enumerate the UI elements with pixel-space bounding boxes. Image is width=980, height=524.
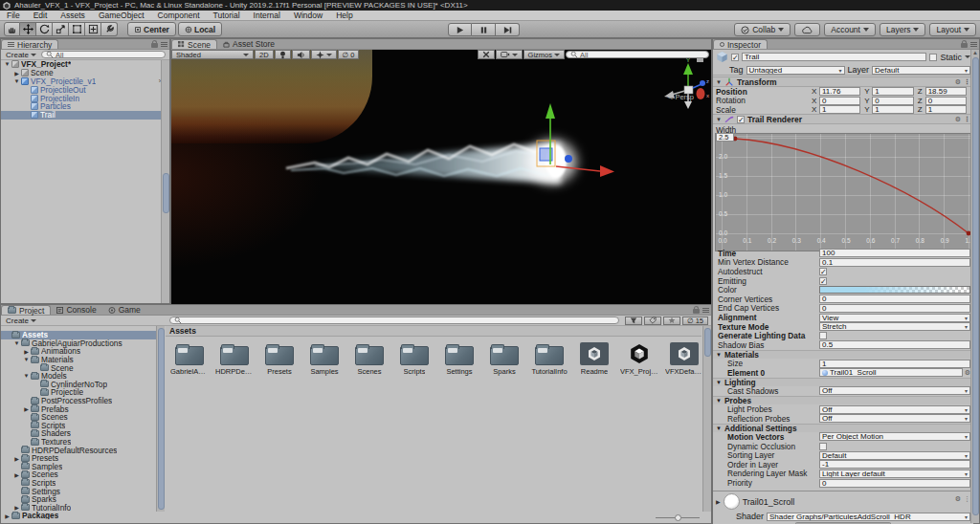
hand-tool-button[interactable]: [4, 22, 20, 36]
expand-arrow-icon[interactable]: ▶: [12, 455, 21, 462]
draw-mode-dropdown[interactable]: Shaded: [171, 50, 254, 59]
menu-item-gameobject[interactable]: GameObject: [92, 11, 151, 20]
expand-arrow-icon[interactable]: ▼: [22, 373, 31, 379]
account-button[interactable]: Account: [824, 23, 876, 36]
trail-renderer-header[interactable]: ▼ ✓ Trail Renderer ⚙⋮: [713, 114, 973, 124]
favorites-button[interactable]: [663, 317, 680, 325]
foldout-arrow-icon[interactable]: ▼: [716, 117, 722, 122]
play-button[interactable]: [448, 23, 472, 36]
asset-item[interactable]: VFXDefault...: [666, 342, 702, 376]
scroll-up-arrow[interactable]: ▲: [972, 50, 978, 55]
rotate-tool-button[interactable]: [36, 22, 53, 36]
project-tree-item[interactable]: Samples: [1, 463, 156, 471]
transform-tool-button[interactable]: [85, 22, 101, 36]
collab-button[interactable]: Collab: [734, 23, 791, 36]
hierarchy-scrollbar[interactable]: [161, 60, 169, 303]
scale-tool-button[interactable]: [53, 22, 69, 36]
dropdown-field[interactable]: Per Object Motion▾: [819, 432, 970, 441]
value-field[interactable]: -1: [819, 460, 970, 469]
pause-button[interactable]: [472, 23, 496, 36]
shader-dropdown[interactable]: Shader Graphs/ParticulesAddScroll_HDR▾: [767, 513, 970, 521]
tab-game[interactable]: Game: [102, 305, 146, 315]
section-foldout[interactable]: ▼Additional Settings: [713, 424, 973, 433]
tab-asset-store[interactable]: Asset Store: [217, 39, 280, 49]
scene-viewport[interactable]: Y z x ⋖ Persp: [171, 50, 711, 305]
component-menu-icon[interactable]: ⋮: [964, 495, 970, 503]
project-tree-item[interactable]: Scene: [1, 363, 156, 372]
project-tree-scrollbar[interactable]: [156, 326, 165, 512]
foldout-arrow-icon[interactable]: ▼: [716, 352, 722, 358]
component-menu-icon[interactable]: ⋮: [964, 78, 970, 86]
expand-arrow-icon[interactable]: ▶: [12, 70, 21, 76]
asset-item[interactable]: VFX_Project: [621, 342, 657, 376]
lock-icon[interactable]: [151, 40, 158, 48]
value-field[interactable]: 0: [819, 295, 970, 303]
hierarchy-item[interactable]: ▼VFX_Project*: [1, 60, 163, 69]
assets-scrollbar[interactable]: [702, 326, 711, 512]
tab-hierarchy[interactable]: Hierarchy: [1, 39, 58, 49]
dropdown-field[interactable]: View▾: [819, 314, 970, 322]
scale-x-field[interactable]: 1: [819, 105, 860, 114]
menu-item-internal[interactable]: Internal: [247, 11, 287, 20]
asset-item[interactable]: Sparks: [486, 342, 523, 376]
asset-item[interactable]: Readme: [576, 342, 612, 376]
position-x-field[interactable]: 11.76: [819, 87, 860, 96]
asset-item[interactable]: Settings: [441, 342, 478, 376]
project-tree-item[interactable]: ▶Packages: [1, 512, 156, 519]
hierarchy-create-button[interactable]: Create: [3, 51, 39, 59]
gameobject-name-field[interactable]: Trail: [742, 53, 926, 61]
component-menu-icon[interactable]: ⋮: [964, 116, 970, 123]
2d-toggle-button[interactable]: 2D: [255, 50, 274, 59]
expand-arrow-icon[interactable]: ▶: [12, 471, 21, 478]
rotation-z-field[interactable]: 0: [925, 97, 967, 105]
dropdown-field[interactable]: Stretch▾: [819, 322, 970, 331]
scale-y-field[interactable]: 1: [872, 105, 913, 114]
asset-item[interactable]: Scenes: [351, 342, 388, 376]
foldout-arrow-icon[interactable]: ▼: [716, 380, 722, 385]
project-tree-item[interactable]: Scripts: [1, 422, 156, 430]
tab-console[interactable]: Console: [51, 305, 101, 315]
rect-tool-button[interactable]: [69, 22, 85, 36]
lock-icon[interactable]: [961, 40, 968, 48]
expand-arrow-icon[interactable]: ▼: [3, 61, 11, 67]
width-curve-editor[interactable]: 2.5 2.01.51.00.50.00.00.10.20.30.40.50.6…: [715, 133, 972, 251]
section-foldout[interactable]: ▼Probes: [713, 396, 973, 405]
expand-arrow-icon[interactable]: ▼: [12, 340, 21, 346]
project-tree-item[interactable]: ▶Scenes: [1, 470, 156, 479]
menu-item-help[interactable]: Help: [329, 11, 359, 20]
project-tree-item[interactable]: ▶Animations: [1, 347, 156, 356]
hidden-packages-count[interactable]: ∅15: [682, 317, 708, 325]
presets-icon[interactable]: ⚙: [955, 495, 961, 503]
value-field[interactable]: 0.1: [819, 258, 970, 267]
value-field[interactable]: 1: [819, 360, 970, 368]
asset-item[interactable]: TutorialInfo: [531, 342, 568, 376]
scene-tools-icon[interactable]: [478, 50, 495, 59]
expand-arrow-icon[interactable]: ▶: [3, 513, 11, 519]
thumbnail-size-slider[interactable]: [656, 514, 700, 521]
project-tree-item[interactable]: Sparks: [1, 495, 156, 504]
active-checkbox[interactable]: ✓: [731, 54, 739, 61]
menu-item-file[interactable]: File: [0, 11, 27, 20]
transform-header[interactable]: ▼ Transform ⚙⋮: [713, 76, 973, 87]
cloud-button[interactable]: [794, 23, 820, 36]
hierarchy-item[interactable]: ProjectileIn: [1, 94, 163, 102]
pivot-mode-button[interactable]: Center: [127, 22, 176, 36]
layer-dropdown[interactable]: Default▾: [872, 66, 970, 75]
foldout-arrow-icon[interactable]: ▼: [716, 79, 722, 85]
dropdown-field[interactable]: Off▾: [819, 414, 970, 423]
dropdown-field[interactable]: Light Layer default▾: [819, 469, 970, 478]
lighting-toggle-button[interactable]: [275, 50, 291, 59]
scale-z-field[interactable]: 1: [925, 105, 967, 114]
color-gradient-field[interactable]: [819, 286, 970, 294]
layers-button[interactable]: Layers: [880, 23, 926, 36]
value-field[interactable]: 100: [819, 249, 970, 257]
width-value-field[interactable]: 2.5: [716, 133, 734, 142]
static-checkbox[interactable]: [929, 54, 937, 61]
layout-button[interactable]: Layout: [929, 23, 976, 36]
audio-toggle-button[interactable]: [292, 50, 310, 59]
menu-item-edit[interactable]: Edit: [27, 11, 55, 20]
checkbox[interactable]: ✓: [819, 268, 827, 275]
asset-item[interactable]: Presets: [261, 342, 298, 376]
expand-arrow-icon[interactable]: ▶: [22, 348, 31, 355]
expand-arrow-icon[interactable]: ▼: [22, 357, 31, 362]
